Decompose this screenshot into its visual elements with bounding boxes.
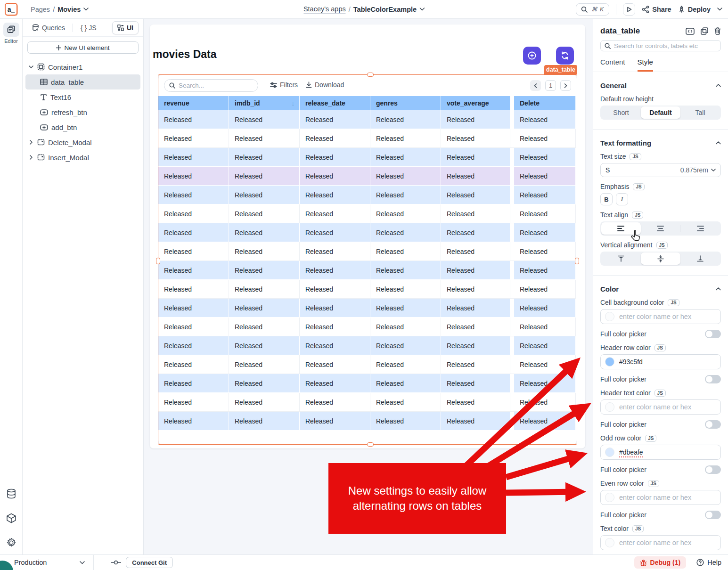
deploy-button[interactable]: Deploy [678, 6, 711, 13]
page-number[interactable]: 1 [545, 80, 556, 91]
share-button[interactable]: Share [642, 6, 671, 13]
connect-git-button[interactable]: Connect Git [126, 557, 173, 568]
table-row[interactable]: ReleasedReleasedReleasedReleasedReleased… [158, 280, 577, 299]
data-table-widget[interactable]: Filters Download 1 revenueimdb_id↓releas… [158, 74, 577, 445]
tree-item-insert-modal[interactable]: Insert_Modal [25, 150, 140, 165]
table-row[interactable]: ReleasedReleasedReleasedReleasedReleased… [158, 110, 577, 129]
preview-button[interactable] [623, 3, 635, 16]
tree-item-refresh-btn[interactable]: refresh_btn [25, 105, 140, 120]
chevron-down-icon[interactable] [717, 8, 722, 11]
table-row[interactable]: ReleasedReleasedReleasedReleasedReleased… [158, 318, 577, 336]
cube-icon[interactable] [6, 513, 16, 523]
bold-button[interactable]: B [600, 193, 613, 205]
table-row[interactable]: ReleasedReleasedReleasedReleasedReleased… [158, 204, 577, 223]
row-height-tall[interactable]: Tall [680, 106, 720, 119]
prev-page-button[interactable] [530, 80, 541, 91]
full-color-picker-toggle[interactable] [705, 330, 721, 338]
table-row[interactable]: ReleasedReleasedReleasedReleasedReleased… [158, 261, 577, 280]
collapse-icon[interactable] [716, 287, 721, 291]
tree-item-delete-modal[interactable]: Delete_Modal [25, 135, 140, 150]
column-header[interactable]: genres [370, 96, 441, 110]
header-row-color-input[interactable]: #93c5fd [600, 354, 721, 369]
table-header-row[interactable]: revenueimdb_id↓release_dategenresvote_av… [158, 96, 577, 110]
column-header[interactable]: vote_average [441, 96, 510, 110]
column-header[interactable]: imdb_id↓ [229, 96, 300, 110]
text-size-select[interactable]: S 0.875rem [600, 163, 721, 177]
gear-icon[interactable] [6, 537, 16, 548]
tab-content[interactable]: Content [600, 58, 625, 72]
breadcrumb-pages[interactable]: Pages [31, 6, 50, 13]
table-row[interactable]: ReleasedReleasedReleasedReleasedReleased… [158, 148, 577, 167]
table-row[interactable]: ReleasedReleasedReleasedReleasedReleased… [158, 336, 577, 355]
refresh-button[interactable] [556, 47, 574, 65]
js-badge[interactable]: JS [632, 525, 644, 532]
next-page-button[interactable] [560, 80, 571, 91]
align-center-button[interactable] [641, 222, 680, 235]
filters-button[interactable]: Filters [270, 81, 298, 89]
table-row[interactable]: ReleasedReleasedReleasedReleasedReleased… [158, 223, 577, 242]
download-button[interactable]: Download [306, 81, 344, 89]
table-row[interactable]: ReleasedReleasedReleasedReleasedReleased… [158, 412, 577, 431]
tab-style[interactable]: Style [638, 58, 653, 72]
even-row-color-input[interactable]: enter color name or hex [600, 490, 721, 505]
global-search-button[interactable]: ⌘ K [576, 3, 609, 16]
tab-js[interactable]: { } JS [76, 22, 101, 34]
js-badge[interactable]: JS [654, 390, 666, 397]
full-color-picker-toggle[interactable] [705, 375, 721, 383]
code-icon[interactable] [686, 28, 695, 35]
valign-top-button[interactable] [601, 252, 641, 265]
column-header[interactable]: revenue [158, 96, 229, 110]
align-left-button[interactable] [601, 222, 641, 235]
breadcrumb[interactable]: Pages / Movies [31, 6, 89, 13]
js-badge[interactable]: JS [630, 153, 641, 160]
table-row[interactable]: ReleasedReleasedReleasedReleasedReleased… [158, 299, 577, 318]
editor-nav-button[interactable] [3, 23, 19, 37]
table-row[interactable]: ReleasedReleasedReleasedReleasedReleased… [158, 167, 577, 186]
table-search[interactable] [164, 79, 258, 92]
help-button[interactable]: Help [696, 559, 721, 566]
org-name-link[interactable]: Stacey's apps [303, 5, 346, 14]
full-color-picker-toggle[interactable] [705, 420, 721, 429]
js-badge[interactable]: JS [632, 212, 643, 219]
full-color-picker-toggle[interactable] [705, 511, 721, 519]
app-logo[interactable]: a_ [5, 3, 17, 16]
js-badge[interactable]: JS [654, 344, 666, 351]
app-name[interactable]: TableColorExample [353, 6, 417, 13]
header-text-color-input[interactable]: enter color name or hex [600, 399, 721, 415]
tree-item-text16[interactable]: Text16 [25, 90, 140, 105]
align-right-button[interactable] [680, 222, 720, 235]
environment-select[interactable]: Production [14, 559, 85, 566]
table-search-input[interactable] [179, 82, 245, 89]
table-row[interactable]: ReleasedReleasedReleasedReleasedReleased… [158, 242, 577, 261]
table-row[interactable]: ReleasedReleasedReleasedReleasedReleased… [158, 355, 577, 374]
row-height-short[interactable]: Short [601, 106, 641, 119]
breadcrumb-page-name[interactable]: Movies [57, 6, 81, 13]
full-color-picker-toggle[interactable] [705, 465, 721, 474]
chevron-down-icon[interactable] [28, 65, 34, 69]
trash-icon[interactable] [714, 27, 721, 35]
collapse-icon[interactable] [716, 84, 721, 87]
tab-ui[interactable]: UI [112, 21, 139, 34]
new-ui-element-button[interactable]: New UI element [27, 41, 139, 54]
chevron-right-icon[interactable] [28, 155, 34, 160]
column-header[interactable]: release_date [300, 96, 370, 110]
tab-queries[interactable]: Queries [27, 22, 70, 34]
table-row[interactable]: ReleasedReleasedReleasedReleasedReleased… [158, 129, 577, 148]
database-icon[interactable] [6, 489, 16, 499]
controls-search-input[interactable] [614, 42, 717, 49]
table-row[interactable]: ReleasedReleasedReleasedReleasedReleased… [158, 186, 577, 204]
row-height-default[interactable]: Default [641, 106, 680, 119]
add-button[interactable] [523, 47, 541, 65]
tree-item-data-table[interactable]: data_table [25, 74, 140, 90]
js-badge[interactable]: JS [656, 242, 668, 249]
js-badge[interactable]: JS [668, 299, 679, 306]
js-badge[interactable]: JS [648, 480, 659, 487]
valign-bottom-button[interactable] [680, 252, 720, 265]
duplicate-icon[interactable] [701, 27, 708, 35]
italic-button[interactable]: I [616, 193, 628, 205]
column-header[interactable]: Delete [514, 96, 576, 110]
tree-item-container1[interactable]: Container1 [25, 59, 140, 74]
js-badge[interactable]: JS [633, 183, 644, 190]
text-color-input[interactable]: enter color name or hex [600, 535, 721, 550]
odd-row-color-input[interactable]: #dbeafe [600, 445, 721, 460]
